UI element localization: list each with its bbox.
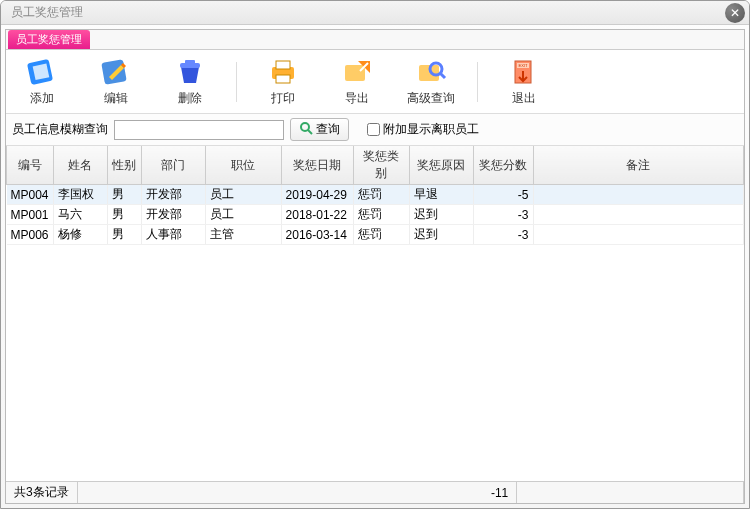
cell-note bbox=[533, 185, 743, 205]
col-pos[interactable]: 职位 bbox=[205, 146, 281, 185]
export-label: 导出 bbox=[345, 90, 369, 107]
cell-sex: 男 bbox=[107, 225, 141, 245]
col-sex[interactable]: 性别 bbox=[107, 146, 141, 185]
cell-reason: 迟到 bbox=[409, 205, 473, 225]
toolbar-divider bbox=[477, 62, 478, 102]
cell-reason: 早退 bbox=[409, 185, 473, 205]
print-button[interactable]: 打印 bbox=[255, 56, 311, 107]
cell-type: 惩罚 bbox=[353, 205, 409, 225]
table-row[interactable]: MP006杨修男人事部主管2016-03-14惩罚迟到-3 bbox=[7, 225, 744, 245]
delete-label: 删除 bbox=[178, 90, 202, 107]
query-button[interactable]: 查询 bbox=[290, 118, 349, 141]
cell-date: 2018-01-22 bbox=[281, 205, 353, 225]
cell-score: -5 bbox=[473, 185, 533, 205]
col-reason[interactable]: 奖惩原因 bbox=[409, 146, 473, 185]
print-label: 打印 bbox=[271, 90, 295, 107]
cell-type: 惩罚 bbox=[353, 225, 409, 245]
svg-line-11 bbox=[440, 73, 445, 78]
search-label: 员工信息模糊查询 bbox=[12, 121, 108, 138]
edit-label: 编辑 bbox=[104, 90, 128, 107]
cell-score: -3 bbox=[473, 225, 533, 245]
svg-rect-6 bbox=[276, 61, 290, 69]
header-row: 编号 姓名 性别 部门 职位 奖惩日期 奖惩类别 奖惩原因 奖惩分数 备注 bbox=[7, 146, 744, 185]
svg-text:EXIT: EXIT bbox=[519, 63, 528, 68]
status-sum: -11 bbox=[427, 482, 517, 503]
svg-point-15 bbox=[301, 123, 309, 131]
tab-reward-punish[interactable]: 员工奖惩管理 bbox=[8, 30, 90, 49]
toolbar: 添加 编辑 删除 打印 bbox=[6, 50, 744, 114]
cell-note bbox=[533, 205, 743, 225]
close-button[interactable]: ✕ bbox=[725, 3, 745, 23]
statusbar: 共3条记录 -11 bbox=[6, 481, 744, 503]
col-type[interactable]: 奖惩类别 bbox=[353, 146, 409, 185]
show-resigned-checkbox[interactable]: 附加显示离职员工 bbox=[367, 121, 479, 138]
search-input[interactable] bbox=[114, 120, 284, 140]
titlebar: 员工奖惩管理 ✕ bbox=[1, 1, 749, 25]
app-window: 员工奖惩管理 ✕ 员工奖惩管理 添加 编辑 bbox=[0, 0, 750, 509]
export-icon bbox=[339, 56, 375, 88]
cell-dept: 开发部 bbox=[141, 185, 205, 205]
cell-name: 马六 bbox=[53, 205, 107, 225]
cell-sex: 男 bbox=[107, 205, 141, 225]
col-date[interactable]: 奖惩日期 bbox=[281, 146, 353, 185]
table-row[interactable]: MP001马六男开发部员工2018-01-22惩罚迟到-3 bbox=[7, 205, 744, 225]
svg-rect-8 bbox=[345, 65, 365, 81]
search-icon bbox=[299, 121, 313, 138]
delete-button[interactable]: 删除 bbox=[162, 56, 218, 107]
table-row[interactable]: MP004李国权男开发部员工2019-04-29惩罚早退-5 bbox=[7, 185, 744, 205]
cell-pos: 员工 bbox=[205, 205, 281, 225]
exit-button[interactable]: EXIT 退出 bbox=[496, 56, 552, 107]
cell-sex: 男 bbox=[107, 185, 141, 205]
col-id[interactable]: 编号 bbox=[7, 146, 54, 185]
delete-icon bbox=[172, 56, 208, 88]
advanced-label: 高级查询 bbox=[407, 90, 455, 107]
edit-icon bbox=[98, 56, 134, 88]
cell-id: MP001 bbox=[7, 205, 54, 225]
status-count: 共3条记录 bbox=[6, 482, 78, 503]
add-icon bbox=[24, 56, 60, 88]
col-name[interactable]: 姓名 bbox=[53, 146, 107, 185]
cell-id: MP004 bbox=[7, 185, 54, 205]
cell-name: 李国权 bbox=[53, 185, 107, 205]
col-note[interactable]: 备注 bbox=[533, 146, 743, 185]
cell-reason: 迟到 bbox=[409, 225, 473, 245]
svg-rect-1 bbox=[33, 63, 50, 80]
tabstrip: 员工奖惩管理 bbox=[6, 30, 744, 50]
advanced-query-button[interactable]: 高级查询 bbox=[403, 56, 459, 107]
table: 编号 姓名 性别 部门 职位 奖惩日期 奖惩类别 奖惩原因 奖惩分数 备注 MP… bbox=[6, 146, 744, 245]
cell-pos: 员工 bbox=[205, 185, 281, 205]
window-title: 员工奖惩管理 bbox=[11, 4, 83, 21]
toolbar-divider bbox=[236, 62, 237, 102]
search-advanced-icon bbox=[413, 56, 449, 88]
show-resigned-label: 附加显示离职员工 bbox=[383, 121, 479, 138]
add-label: 添加 bbox=[30, 90, 54, 107]
cell-pos: 主管 bbox=[205, 225, 281, 245]
data-grid[interactable]: 编号 姓名 性别 部门 职位 奖惩日期 奖惩类别 奖惩原因 奖惩分数 备注 MP… bbox=[6, 146, 744, 481]
exit-icon: EXIT bbox=[506, 56, 542, 88]
cell-dept: 人事部 bbox=[141, 225, 205, 245]
cell-date: 2019-04-29 bbox=[281, 185, 353, 205]
cell-id: MP006 bbox=[7, 225, 54, 245]
col-score[interactable]: 奖惩分数 bbox=[473, 146, 533, 185]
svg-rect-7 bbox=[276, 75, 290, 83]
cell-note bbox=[533, 225, 743, 245]
svg-rect-4 bbox=[185, 60, 195, 64]
exit-label: 退出 bbox=[512, 90, 536, 107]
client-area: 员工奖惩管理 添加 编辑 删除 bbox=[5, 29, 745, 504]
searchbar: 员工信息模糊查询 查询 附加显示离职员工 bbox=[6, 114, 744, 146]
col-dept[interactable]: 部门 bbox=[141, 146, 205, 185]
edit-button[interactable]: 编辑 bbox=[88, 56, 144, 107]
cell-dept: 开发部 bbox=[141, 205, 205, 225]
show-resigned-input[interactable] bbox=[367, 123, 380, 136]
add-button[interactable]: 添加 bbox=[14, 56, 70, 107]
svg-line-16 bbox=[308, 130, 312, 134]
cell-name: 杨修 bbox=[53, 225, 107, 245]
cell-type: 惩罚 bbox=[353, 185, 409, 205]
status-tail bbox=[517, 482, 744, 503]
print-icon bbox=[265, 56, 301, 88]
query-label: 查询 bbox=[316, 121, 340, 138]
cell-score: -3 bbox=[473, 205, 533, 225]
cell-date: 2016-03-14 bbox=[281, 225, 353, 245]
export-button[interactable]: 导出 bbox=[329, 56, 385, 107]
